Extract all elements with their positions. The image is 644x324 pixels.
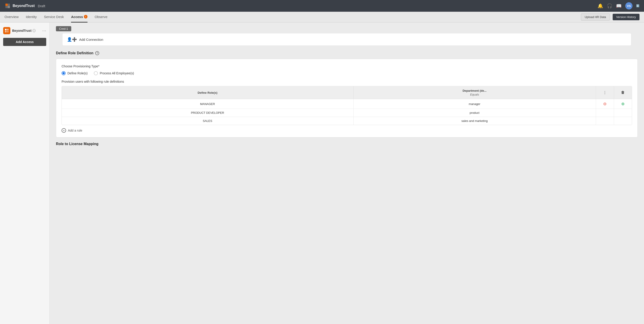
white-card: Choose Provisioning Type* Define Role(s)… [56,59,638,137]
row-minus-cell-3 [596,117,614,125]
dept-cell: manager [353,99,596,109]
dept-cell: sales and marketing [353,117,596,125]
help-icon[interactable]: ? [95,51,99,55]
define-role-title: Define Role Definition ? [56,51,638,55]
col-define-roles-header: Define Role(s) [62,86,353,99]
col-more-icon[interactable]: ⋮ [603,91,606,95]
add-rule-label: Add a rule [68,129,82,132]
cred-section: Cred-1 [50,22,644,31]
dept-cell: product [353,109,596,117]
secondary-nav: Overview Identity Service Desk Access ! … [0,12,644,22]
nav-actions: Upload HR Data Version History [581,13,640,20]
main-layout: BeyondTrust i ⋯ Add Access Cred-1 👤➕ Add… [0,22,644,324]
col-delete-header: 🗑 [614,86,632,99]
logo-text: BeyondTrust [13,4,35,8]
svg-rect-8 [7,31,8,32]
role-cell: PRODUCT DEVELOPER [62,109,353,117]
table-row: PRODUCT DEVELOPER product [62,109,632,117]
sidebar-more-icon[interactable]: ⋯ [42,28,46,33]
avatar[interactable]: VS [625,2,632,9]
top-bar: BeyondTrust Draft 🔔 🎧 📖 VS ℹ️ [0,0,644,12]
add-connection-icon: 👤➕ [67,37,77,42]
headset-icon[interactable]: 🎧 [607,3,612,8]
svg-rect-7 [5,31,6,32]
plus-icon[interactable]: ⊕ [621,102,624,106]
row-plus-cell-3 [614,117,632,125]
cred-top-row: Cred-1 [56,26,638,31]
brand-icon [3,27,10,34]
provisioning-label: Choose Provisioning Type* [62,64,632,68]
tab-overview[interactable]: Overview [4,12,19,22]
svg-rect-0 [4,3,11,9]
add-rule-icon: + [62,128,66,133]
row-plus-cell-2 [614,109,632,117]
info-dot-icon: ℹ️ [636,4,640,7]
row-plus-cell: ⊕ [614,99,632,109]
radio-process-all-circle [94,71,98,75]
notification-icon[interactable]: 🔔 [598,3,603,8]
sidebar: BeyondTrust i ⋯ Add Access [0,22,50,324]
svg-rect-6 [7,29,8,30]
svg-rect-4 [8,6,10,8]
sidebar-brand-left: BeyondTrust i [3,27,36,34]
tab-identity[interactable]: Identity [26,12,37,22]
radio-process-all[interactable]: Process All Employee(s) [94,71,134,75]
tab-observe[interactable]: Observe [95,12,108,22]
add-connection-label: Add Connection [79,38,103,41]
top-bar-left: BeyondTrust Draft [4,3,45,9]
radio-define-roles[interactable]: Define Role(s) [62,71,88,75]
app-logo: BeyondTrust [4,3,35,9]
table-row: MANAGER manager ⊖ ⊕ [62,99,632,109]
table-row: SALES sales and marketing [62,117,632,125]
content-area: Cred-1 👤➕ Add Connection Define Role Def… [50,22,644,324]
row-minus-cell: ⊖ [596,99,614,109]
cred-tag: Cred-1 [56,26,71,31]
add-connection-row[interactable]: 👤➕ Add Connection [62,33,631,46]
upload-hr-button[interactable]: Upload HR Data [581,13,610,20]
nav-tabs: Overview Identity Service Desk Access ! … [4,12,108,22]
add-rule-row[interactable]: + Add a rule [62,128,632,133]
role-license-section: Role to License Mapping [56,142,638,146]
add-access-button[interactable]: Add Access [3,38,46,46]
col-actions-header: ⋮ [596,86,614,99]
radio-define-roles-circle [62,71,66,75]
svg-rect-2 [8,3,10,6]
role-license-title: Role to License Mapping [56,142,638,146]
define-role-section: Define Role Definition ? Choose Provisio… [56,51,638,137]
brand-info-icon: i [32,29,36,32]
role-cell: SALES [62,117,353,125]
svg-rect-3 [6,6,8,8]
access-badge: ! [84,15,88,18]
draft-label: Draft [38,4,45,8]
tab-service-desk[interactable]: Service Desk [44,12,64,22]
book-icon[interactable]: 📖 [616,3,622,8]
svg-rect-5 [5,29,6,30]
rule-table-wrapper: Define Role(s) Department (de... Equals [62,86,632,125]
radio-group: Define Role(s) Process All Employee(s) [62,71,632,75]
row-minus-cell-2 [596,109,614,117]
tab-access[interactable]: Access ! [71,12,88,22]
sidebar-brand-name: BeyondTrust i [12,29,36,32]
add-connection-wrapper: 👤➕ Add Connection [56,33,638,46]
rule-table: Define Role(s) Department (de... Equals [62,86,632,125]
col-department-header: Department (de... Equals [353,86,596,99]
role-cell: MANAGER [62,99,353,109]
sidebar-brand: BeyondTrust i ⋯ [0,25,50,38]
svg-rect-1 [6,3,8,6]
col-delete-icon[interactable]: 🗑 [621,91,624,94]
minus-icon[interactable]: ⊖ [603,102,606,106]
version-history-button[interactable]: Version History [613,14,640,20]
top-bar-right: 🔔 🎧 📖 VS ℹ️ [598,2,640,9]
provision-users-label: Provision users with following rule defi… [62,80,632,83]
